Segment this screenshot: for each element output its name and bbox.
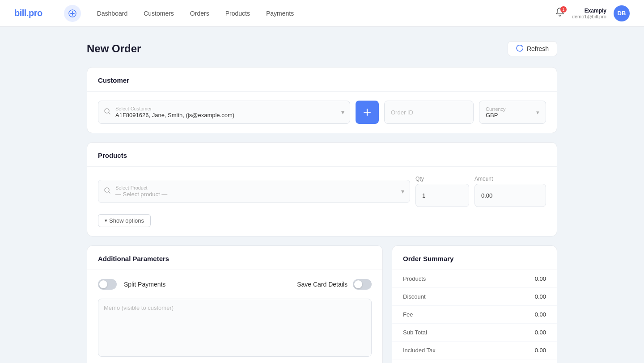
customer-select-wrapper[interactable]: Select Customer A1F8091626, Jane, Smith,…: [98, 101, 350, 124]
product-chevron-icon: ▾: [401, 188, 404, 195]
plus-circle-icon: [68, 9, 76, 17]
products-section-body: Select Product — Select product — ▾ Qty …: [87, 167, 557, 236]
save-card-label: Save Card Details: [297, 281, 347, 288]
amount-wrapper: Amount: [475, 176, 546, 207]
summary-row: Fee 0.00: [392, 306, 557, 324]
products-section: Products Select Product — Select product…: [87, 142, 557, 236]
customer-row: Select Customer A1F8091626, Jane, Smith,…: [98, 101, 546, 124]
show-options-button[interactable]: ▾ Show options: [98, 214, 151, 227]
currency-label: Currency: [486, 106, 506, 112]
nav-add-button[interactable]: [64, 5, 81, 22]
chevron-down-icon: ▾: [105, 218, 107, 224]
page-header: New Order Refresh: [87, 41, 557, 56]
save-card-toggle[interactable]: [353, 279, 372, 290]
product-select-placeholder: — Select product —: [115, 191, 167, 198]
currency-select[interactable]: Currency GBP ▾: [479, 101, 546, 124]
additional-params-body: Split Payments Save Card Details: [87, 270, 382, 363]
refresh-icon: [516, 45, 523, 52]
split-payments-slider: [98, 279, 117, 290]
summary-label: Discount: [403, 293, 426, 300]
customer-chevron-icon: ▾: [341, 109, 344, 116]
customer-section-title: Customer: [87, 68, 557, 92]
order-summary-rows: Products 0.00 Discount 0.00 Fee 0.00 Sub…: [392, 270, 557, 363]
summary-row: Sub Total 0.00: [392, 324, 557, 342]
amount-input[interactable]: [475, 184, 546, 207]
split-payments-label: Split Payments: [124, 281, 165, 288]
nav-products[interactable]: Products: [218, 6, 257, 21]
summary-row: Payment Amount 0.00: [392, 359, 557, 363]
summary-value: 0.00: [535, 347, 546, 354]
order-summary-section: Order Summary Products 0.00 Discount 0.0…: [392, 245, 557, 363]
summary-label: Products: [403, 275, 426, 282]
customer-select-label: Select Customer: [115, 106, 338, 111]
plus-icon: [362, 107, 372, 117]
page-title: New Order: [87, 42, 141, 55]
save-card-row: Save Card Details: [297, 279, 372, 290]
memo-textarea[interactable]: [98, 299, 372, 357]
summary-value: 0.00: [535, 293, 546, 300]
qty-input[interactable]: [415, 184, 469, 207]
products-row: Select Product — Select product — ▾ Qty …: [98, 176, 546, 207]
summary-value: 0.00: [535, 275, 546, 282]
logo-text: bill.pro: [14, 8, 42, 18]
show-options-label: Show options: [109, 217, 144, 224]
user-avatar[interactable]: DB: [614, 5, 630, 21]
currency-chevron-icon: ▾: [536, 109, 539, 116]
additional-params-section: Additional Parameters Split Payments Sav…: [87, 245, 383, 363]
nav-center: Dashboard Customers Orders Products Paym…: [64, 5, 555, 22]
product-select-wrapper[interactable]: Select Product — Select product — ▾: [98, 180, 410, 203]
product-search-icon: [104, 187, 111, 196]
user-email: demo1@bill.pro: [572, 14, 606, 19]
bottom-grid: Additional Parameters Split Payments Sav…: [87, 245, 557, 363]
customer-section-body: Select Customer A1F8091626, Jane, Smith,…: [87, 92, 557, 133]
summary-row: Included Tax 0.00: [392, 342, 557, 359]
user-name: Examply: [572, 8, 606, 14]
save-card-slider: [353, 279, 372, 290]
products-section-title: Products: [87, 143, 557, 167]
customer-section: Customer Select Customer A1F8091626, Jan…: [87, 67, 557, 133]
customer-search-icon: [104, 108, 111, 117]
summary-row: Products 0.00: [392, 270, 557, 288]
summary-label: Sub Total: [403, 329, 427, 336]
qty-wrapper: Qty: [415, 176, 469, 207]
params-toggles-row: Split Payments Save Card Details: [98, 279, 372, 290]
summary-value: 0.00: [535, 329, 546, 336]
additional-params-title: Additional Parameters: [87, 246, 382, 270]
qty-label: Qty: [415, 176, 469, 182]
navbar: bill.pro Dashboard Customers Orders Prod…: [0, 0, 644, 27]
summary-label: Fee: [403, 311, 413, 318]
summary-label: Included Tax: [403, 347, 436, 354]
currency-select-content: Currency GBP: [486, 106, 506, 118]
customer-select-value: A1F8091626, Jane, Smith, (js@example.com…: [115, 112, 234, 118]
logo: bill.pro: [14, 8, 42, 18]
main-content: New Order Refresh Customer Select Custom…: [76, 27, 568, 363]
nav-payments[interactable]: Payments: [259, 6, 301, 21]
order-summary-title: Order Summary: [392, 246, 557, 270]
split-payments-toggle[interactable]: [98, 279, 117, 290]
nav-orders[interactable]: Orders: [183, 6, 216, 21]
currency-value: GBP: [486, 112, 506, 118]
refresh-button[interactable]: Refresh: [508, 41, 557, 56]
refresh-label: Refresh: [527, 45, 549, 52]
user-info: Examply demo1@bill.pro: [572, 8, 606, 19]
customer-select-content: Select Customer A1F8091626, Jane, Smith,…: [115, 106, 338, 118]
product-select-label: Select Product: [115, 185, 398, 190]
customer-add-button[interactable]: [356, 101, 379, 124]
nav-customers[interactable]: Customers: [136, 6, 181, 21]
summary-value: 0.00: [535, 311, 546, 318]
navbar-right: 1 Examply demo1@bill.pro DB: [555, 5, 630, 21]
nav-dashboard[interactable]: Dashboard: [90, 6, 135, 21]
notifications-button[interactable]: 1: [555, 7, 565, 19]
notification-badge: 1: [560, 6, 567, 13]
order-id-input[interactable]: [384, 101, 474, 124]
amount-label: Amount: [475, 176, 546, 182]
summary-row: Discount 0.00: [392, 288, 557, 306]
product-select-content: Select Product — Select product —: [115, 185, 398, 198]
